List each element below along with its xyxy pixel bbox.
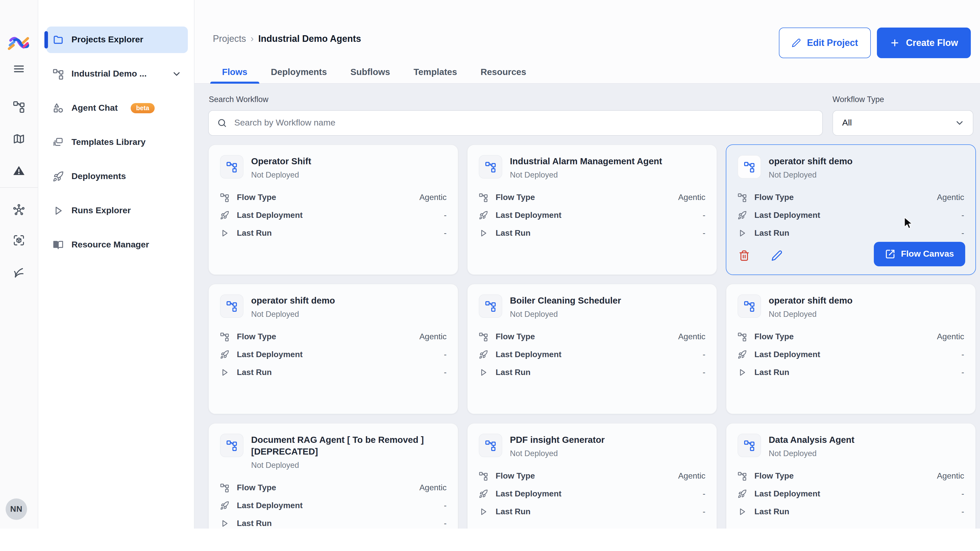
flow-card-status: Not Deployed — [251, 170, 311, 179]
edit-project-button[interactable]: Edit Project — [779, 27, 871, 58]
chevron-down-icon — [955, 118, 965, 128]
sidebar-item-templates-library[interactable]: Templates Library — [46, 129, 188, 156]
flow-card-document-rag[interactable]: Document RAG Agent [ To be Removed ] [DE… — [208, 423, 458, 529]
breadcrumb-projects[interactable]: Projects — [213, 34, 246, 44]
flow-card-status: Not Deployed — [510, 170, 662, 179]
play-icon — [738, 229, 748, 238]
rail-divider — [0, 187, 38, 188]
search-input[interactable] — [233, 118, 814, 129]
tab-resources[interactable]: Resources — [469, 60, 538, 84]
last-deployment-value: - — [961, 211, 964, 220]
last-run-label: Last Run — [496, 229, 531, 238]
sidebar-item-resource-manager[interactable]: Resource Manager — [46, 232, 188, 258]
flow-type-value: Agentic — [678, 332, 705, 341]
app-window: NN Projects Explorer Industrial Demo ...… — [0, 0, 980, 551]
last-deployment-value: - — [444, 211, 447, 220]
last-deployment-value: - — [961, 350, 964, 359]
edit-flow-icon[interactable] — [771, 250, 783, 261]
flow-card-operator-shift-demo-2[interactable]: operator shift demo Not Deployed Flow Ty… — [208, 284, 458, 414]
menu-icon[interactable] — [13, 63, 25, 75]
flow-card-operator-shift[interactable]: Operator Shift Not Deployed Flow TypeAge… — [208, 144, 458, 275]
rocket-icon — [479, 211, 489, 220]
layers-icon — [52, 137, 64, 148]
delete-flow-icon[interactable] — [738, 250, 750, 261]
flow-canvas-button[interactable]: Flow Canvas — [874, 242, 965, 266]
rocket-icon — [738, 489, 748, 499]
last-deployment-row: Last Deployment- — [479, 349, 705, 360]
last-run-label: Last Run — [754, 368, 789, 377]
workflow-icon — [220, 332, 230, 341]
shapes-icon — [52, 103, 64, 114]
last-run-row: Last Run- — [738, 367, 964, 378]
external-link-icon — [885, 249, 895, 259]
sidebar-item-label: Templates Library — [72, 137, 145, 148]
rocket-icon — [220, 350, 230, 359]
last-run-row: Last Run- — [738, 227, 964, 239]
flow-canvas-label: Flow Canvas — [901, 249, 954, 259]
tab-deployments[interactable]: Deployments — [259, 60, 339, 84]
workflow-rail-icon[interactable] — [13, 100, 25, 113]
last-deployment-row: Last Deployment- — [738, 349, 964, 360]
flow-type-row: Flow TypeAgentic — [220, 482, 447, 493]
last-run-label: Last Run — [237, 519, 272, 528]
last-run-value: - — [703, 368, 705, 377]
workflow-icon — [479, 332, 489, 341]
play-icon — [479, 368, 489, 377]
flow-card-operator-shift-demo-3[interactable]: operator shift demo Not Deployed Flow Ty… — [726, 284, 976, 414]
last-deployment-label: Last Deployment — [496, 211, 562, 220]
book-icon — [52, 239, 64, 251]
last-deployment-label: Last Deployment — [496, 350, 562, 359]
map-icon[interactable] — [13, 133, 25, 145]
user-avatar[interactable]: NN — [6, 499, 27, 520]
rocket-icon — [479, 489, 489, 499]
sidebar-item-runs-explorer[interactable]: Runs Explorer — [46, 197, 188, 224]
sidebar-item-label: Resource Manager — [72, 240, 149, 250]
flow-card-operator-shift-demo-selected[interactable]: operator shift demo Not Deployed Flow Ty… — [726, 144, 976, 275]
last-run-value: - — [961, 368, 964, 377]
play-icon — [738, 507, 748, 516]
play-icon — [479, 507, 489, 516]
edit-project-label: Edit Project — [807, 38, 858, 48]
last-run-value: - — [703, 229, 705, 238]
sidebar-item-agent-chat[interactable]: Agent Chat beta — [46, 95, 188, 121]
flow-type-label: Flow Type — [237, 193, 276, 202]
create-flow-label: Create Flow — [906, 38, 958, 48]
last-run-value: - — [444, 229, 447, 238]
chevron-down-icon[interactable] — [172, 69, 182, 79]
flows-grid: Operator Shift Not Deployed Flow TypeAge… — [208, 144, 976, 529]
flow-type-label: Flow Type — [496, 472, 535, 481]
sidebar-item-deployments[interactable]: Deployments — [46, 163, 188, 190]
flow-type-value: Agentic — [678, 472, 705, 481]
last-deployment-label: Last Deployment — [237, 211, 303, 220]
flow-card-industrial-alarm[interactable]: Industrial Alarm Management Agent Not De… — [467, 144, 717, 275]
sidebar-item-industrial-demo[interactable]: Industrial Demo ... — [46, 61, 188, 87]
sidebar-item-label: Deployments — [72, 171, 126, 182]
workflow-icon — [220, 483, 230, 492]
flow-card-data-analysis[interactable]: Data Analysis Agent Not Deployed Flow Ty… — [726, 423, 976, 529]
create-flow-button[interactable]: Create Flow — [877, 27, 971, 58]
flow-tile-icon — [738, 433, 761, 457]
flow-card-title: PDF insight Generator — [510, 433, 605, 446]
cube-scan-icon[interactable] — [13, 234, 25, 246]
flow-tile-icon — [220, 433, 243, 457]
sidebar-item-projects-explorer[interactable]: Projects Explorer — [46, 27, 188, 53]
last-deployment-label: Last Deployment — [237, 350, 303, 359]
warning-triangle-icon[interactable] — [13, 164, 25, 176]
folder-icon — [52, 34, 64, 45]
flow-type-row: Flow TypeAgentic — [220, 192, 447, 203]
workflow-type-value: All — [842, 118, 852, 128]
tab-subflows[interactable]: Subflows — [339, 60, 402, 84]
rocket-icon — [52, 171, 64, 182]
sidebar-item-label: Industrial Demo ... — [72, 69, 147, 79]
flow-card-pdf-insight[interactable]: PDF insight Generator Not Deployed Flow … — [467, 423, 717, 529]
tab-flows[interactable]: Flows — [210, 60, 259, 84]
tab-templates[interactable]: Templates — [402, 60, 469, 84]
network-hub-icon[interactable] — [13, 203, 25, 216]
flow-card-status: Not Deployed — [769, 310, 853, 319]
workflow-search — [208, 110, 823, 136]
workflow-type-select[interactable]: All — [832, 110, 974, 136]
workflow-type-label: Workflow Type — [832, 95, 884, 104]
flow-card-boiler-cleaning[interactable]: Boiler Cleaning Scheduler Not Deployed F… — [467, 284, 717, 414]
flow-card-title: operator shift demo — [769, 155, 853, 167]
plant-icon[interactable] — [13, 266, 25, 279]
